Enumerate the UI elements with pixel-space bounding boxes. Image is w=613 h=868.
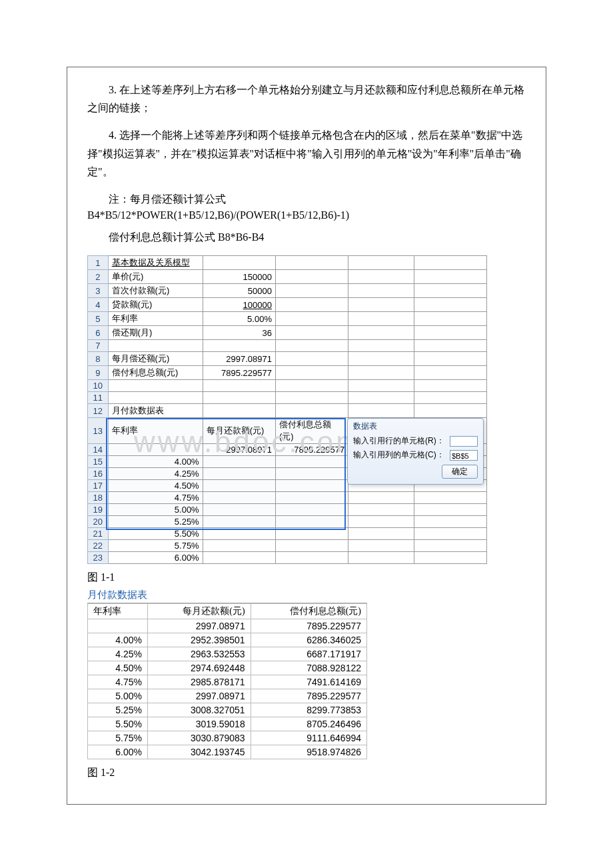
cell[interactable]	[108, 340, 203, 352]
cell[interactable]	[414, 392, 486, 404]
cell[interactable]	[414, 366, 486, 380]
cell[interactable]	[275, 270, 348, 284]
cell[interactable]	[414, 298, 486, 312]
cell[interactable]	[414, 504, 486, 516]
cell[interactable]	[203, 392, 275, 404]
cell[interactable]: 7895.229577	[203, 366, 275, 380]
cell[interactable]	[275, 480, 348, 492]
cell[interactable]	[275, 540, 348, 552]
cell[interactable]	[348, 352, 414, 366]
cell[interactable]	[348, 492, 414, 504]
cell[interactable]	[203, 480, 275, 492]
cell[interactable]	[348, 270, 414, 284]
cell[interactable]	[275, 284, 348, 298]
cell[interactable]	[348, 256, 414, 270]
cell[interactable]	[275, 492, 348, 504]
cell[interactable]: 7895.229577	[275, 444, 348, 456]
cell[interactable]: 偿付利息总额(元)	[275, 418, 348, 444]
cell[interactable]: 4.00%	[108, 456, 203, 468]
cell[interactable]	[414, 256, 486, 270]
cell[interactable]	[414, 352, 486, 366]
cell[interactable]	[275, 340, 348, 352]
cell[interactable]: 偿付利息总额(元)	[108, 366, 203, 380]
cell[interactable]: 每月还款额(元)	[203, 418, 275, 444]
ok-button[interactable]: 确定	[442, 465, 478, 479]
cell[interactable]	[275, 256, 348, 270]
cell[interactable]: 36	[203, 326, 275, 340]
cell[interactable]	[275, 468, 348, 480]
cell[interactable]	[203, 492, 275, 504]
cell[interactable]	[348, 404, 414, 418]
cell[interactable]	[414, 528, 486, 540]
cell[interactable]	[414, 492, 486, 504]
cell[interactable]: 2997.08971	[203, 352, 275, 366]
cell[interactable]	[275, 516, 348, 528]
row-input-field[interactable]	[450, 436, 478, 447]
cell[interactable]	[414, 312, 486, 326]
cell[interactable]	[275, 504, 348, 516]
cell[interactable]	[275, 352, 348, 366]
cell[interactable]	[348, 392, 414, 404]
cell[interactable]: 5.25%	[108, 516, 203, 528]
cell[interactable]	[203, 552, 275, 564]
cell[interactable]	[348, 284, 414, 298]
cell[interactable]	[275, 312, 348, 326]
cell[interactable]	[414, 540, 486, 552]
cell[interactable]	[414, 284, 486, 298]
cell[interactable]	[275, 456, 348, 468]
cell[interactable]	[203, 380, 275, 392]
cell[interactable]: 150000	[203, 270, 275, 284]
cell[interactable]	[348, 298, 414, 312]
cell[interactable]	[108, 392, 203, 404]
cell[interactable]	[348, 528, 414, 540]
cell[interactable]	[203, 456, 275, 468]
cell[interactable]	[275, 552, 348, 564]
cell[interactable]	[348, 552, 414, 564]
cell[interactable]	[348, 540, 414, 552]
cell[interactable]	[414, 340, 486, 352]
cell[interactable]	[348, 504, 414, 516]
cell[interactable]	[203, 340, 275, 352]
cell[interactable]	[414, 404, 486, 418]
cell[interactable]	[203, 540, 275, 552]
cell[interactable]: 年利率	[108, 418, 203, 444]
cell[interactable]	[275, 404, 348, 418]
cell[interactable]	[275, 366, 348, 380]
cell[interactable]: 月付款数据表	[108, 404, 203, 418]
cell[interactable]	[348, 516, 414, 528]
cell[interactable]	[203, 468, 275, 480]
cell[interactable]	[203, 256, 275, 270]
cell[interactable]: 4.25%	[108, 468, 203, 480]
cell[interactable]: 100000	[203, 298, 275, 312]
cell[interactable]: 年利率	[108, 312, 203, 326]
cell[interactable]: 5.50%	[108, 528, 203, 540]
cell[interactable]	[203, 516, 275, 528]
cell[interactable]	[414, 516, 486, 528]
cell[interactable]: 5.00%	[203, 312, 275, 326]
cell[interactable]	[414, 552, 486, 564]
cell[interactable]: 4.50%	[108, 480, 203, 492]
col-input-field[interactable]: $B$5	[450, 450, 478, 461]
cell[interactable]	[348, 366, 414, 380]
cell[interactable]	[275, 326, 348, 340]
cell[interactable]	[203, 528, 275, 540]
cell[interactable]: 贷款额(元)	[108, 298, 203, 312]
cell[interactable]	[348, 312, 414, 326]
cell[interactable]: 6.00%	[108, 552, 203, 564]
cell[interactable]	[203, 404, 275, 418]
cell[interactable]	[348, 380, 414, 392]
cell[interactable]: 50000	[203, 284, 275, 298]
cell[interactable]	[348, 326, 414, 340]
cell[interactable]	[108, 380, 203, 392]
cell[interactable]: 偿还期(月)	[108, 326, 203, 340]
cell[interactable]: 单价(元)	[108, 270, 203, 284]
cell[interactable]: 2997.08971	[203, 444, 275, 456]
cell[interactable]: 基本数据及关系模型	[108, 256, 203, 270]
cell[interactable]: 5.75%	[108, 540, 203, 552]
cell[interactable]	[414, 270, 486, 284]
cell[interactable]	[414, 326, 486, 340]
cell[interactable]	[108, 444, 203, 456]
cell[interactable]	[275, 298, 348, 312]
cell[interactable]	[414, 380, 486, 392]
cell[interactable]: 每月偿还额(元)	[108, 352, 203, 366]
